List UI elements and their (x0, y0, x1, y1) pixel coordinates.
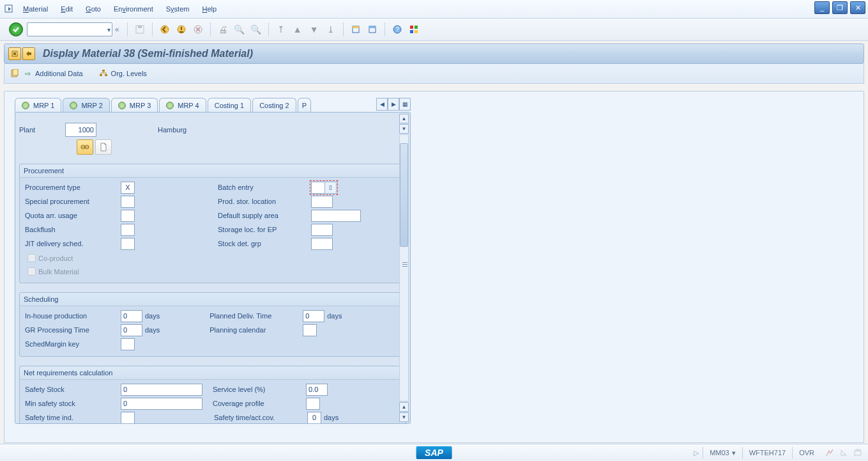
status-icon-1[interactable] (825, 448, 835, 458)
enter-button[interactable] (9, 22, 23, 36)
field-label: Planned Deliv. Time (209, 312, 303, 320)
shortcut-icon[interactable] (365, 22, 379, 36)
org-levels-icon[interactable] (98, 68, 109, 79)
tab-list-button[interactable]: ▦ (399, 98, 411, 111)
additional-data-button[interactable]: Additional Data (35, 70, 83, 77)
batch-entry-input[interactable] (311, 182, 325, 194)
splitter-grip-icon[interactable] (400, 260, 409, 269)
content-area: MRP 1 MRP 2 MRP 3 MRP 4 Costing 1 Costin… (4, 91, 864, 443)
checkbox-label: Co-product (38, 254, 73, 262)
find-next-icon[interactable]: 🔍 (249, 22, 263, 36)
f4-help-button[interactable]: ▯ (324, 182, 337, 194)
title-btn-2[interactable] (22, 47, 35, 60)
tab-scroll-left-button[interactable]: ◀ (376, 98, 388, 111)
window-minimize-button[interactable]: _ (814, 1, 830, 14)
planning-calendar-input[interactable] (303, 324, 317, 336)
tab-mrp4[interactable]: MRP 4 (159, 98, 206, 112)
tab-costing2[interactable]: Costing 2 (252, 98, 296, 112)
collapse-toolbar-icon[interactable]: « (115, 25, 119, 34)
svg-rect-19 (13, 69, 18, 75)
menu-edit[interactable]: Edit (58, 4, 75, 14)
exit-icon[interactable] (174, 22, 188, 36)
tab-scroll-right-button[interactable]: ▶ (388, 98, 399, 111)
next-page-icon[interactable]: ▼ (307, 22, 321, 36)
find-icon[interactable]: 🔍 (232, 22, 247, 36)
menu-goto[interactable]: Goto (83, 4, 103, 14)
menu-material[interactable]: Material (20, 4, 50, 14)
scroll-up-button-2[interactable]: ▼ (399, 124, 409, 134)
arrow-right-icon[interactable]: ⇨ (22, 68, 33, 79)
field-label: In-house production (25, 312, 121, 320)
document-button[interactable] (95, 139, 112, 155)
scrollbar-thumb[interactable] (400, 143, 408, 247)
tab-label: MRP 4 (178, 102, 199, 109)
title-btn-1[interactable] (8, 47, 21, 60)
scroll-up-button[interactable]: ▲ (399, 114, 409, 123)
planned-deliv-time-input[interactable] (303, 310, 324, 322)
cancel-icon[interactable] (191, 22, 205, 36)
scroll-down-button-2[interactable]: ▼ (399, 412, 409, 422)
inhouse-production-input[interactable] (121, 310, 142, 322)
field-label: GR Processing Time (25, 326, 121, 334)
default-supply-area-input[interactable] (311, 210, 361, 222)
menu-help[interactable]: Help (199, 4, 219, 14)
new-session-icon[interactable] (349, 22, 363, 36)
service-level-input[interactable] (306, 384, 328, 396)
group-title: Net requirements calculation (20, 366, 406, 380)
field-label: Coverage profile (213, 400, 306, 407)
safety-time-act-cov-input[interactable] (307, 412, 321, 424)
copy-material-icon[interactable] (10, 68, 20, 79)
print-icon[interactable]: 🖨 (216, 22, 230, 36)
status-bar: SAP ▷ MM03▾ WFTEH717 OVR (0, 444, 868, 461)
tab-costing1[interactable]: Costing 1 (208, 98, 251, 112)
plant-input[interactable] (65, 123, 96, 137)
layout-icon[interactable] (407, 22, 421, 36)
svg-rect-17 (13, 52, 16, 55)
tab-mrp1[interactable]: MRP 1 (15, 98, 61, 112)
window-close-button[interactable]: ✕ (850, 1, 865, 14)
status-icon-3[interactable] (853, 448, 863, 458)
command-field[interactable] (27, 22, 112, 36)
tab-status-icon (22, 102, 29, 109)
first-page-icon[interactable]: ⤒ (274, 22, 288, 36)
gr-processing-time-input[interactable] (121, 324, 142, 336)
tab-status-icon (166, 102, 174, 109)
menu-environment[interactable]: Environment (111, 4, 156, 14)
status-icon-2[interactable] (839, 448, 849, 458)
storage-loc-ep-input[interactable] (311, 224, 333, 236)
procurement-type-input[interactable] (121, 182, 135, 194)
status-expand-icon[interactable]: ▷ (694, 449, 699, 457)
svg-rect-15 (415, 30, 418, 33)
menu-system[interactable]: System (164, 4, 192, 14)
standard-toolbar: « 🖨 🔍 🔍 ⤒ ▲ ▼ ⤓ ? (0, 19, 868, 41)
stock-det-grp-input[interactable] (311, 238, 333, 250)
group-title: Scheduling (20, 293, 406, 306)
svg-rect-12 (410, 26, 413, 29)
tab-mrp3[interactable]: MRP 3 (111, 98, 158, 112)
quota-arr-usage-input[interactable] (121, 210, 135, 222)
help-icon[interactable]: ? (390, 22, 404, 36)
schedmargin-key-input[interactable] (121, 338, 135, 350)
scroll-down-button[interactable]: ▲ (399, 402, 409, 412)
org-levels-button[interactable]: Org. Levels (111, 70, 147, 77)
coverage-profile-input[interactable] (306, 398, 320, 410)
tab-more[interactable]: P (298, 98, 311, 112)
safety-stock-input[interactable] (121, 384, 202, 396)
display-details-button[interactable] (77, 139, 93, 155)
prod-stor-location-input[interactable] (311, 196, 333, 208)
jit-delivery-sched-input[interactable] (121, 238, 135, 250)
group-procurement: Procurement Procurement type Batch entry… (19, 164, 406, 283)
window-restore-button[interactable]: ❐ (832, 1, 848, 14)
status-mode: OVR (792, 447, 821, 458)
field-label: Min safety stock (25, 400, 121, 407)
prev-page-icon[interactable]: ▲ (291, 22, 305, 36)
save-icon[interactable] (133, 22, 147, 36)
tab-mrp2[interactable]: MRP 2 (63, 98, 109, 112)
safety-time-ind-input[interactable] (121, 412, 135, 424)
app-menu-icon[interactable] (4, 3, 15, 15)
special-procurement-input[interactable] (121, 196, 135, 208)
backflush-input[interactable] (121, 224, 135, 236)
back-icon[interactable] (158, 22, 172, 36)
min-safety-stock-input[interactable] (121, 398, 202, 410)
last-page-icon[interactable]: ⤓ (324, 22, 338, 36)
